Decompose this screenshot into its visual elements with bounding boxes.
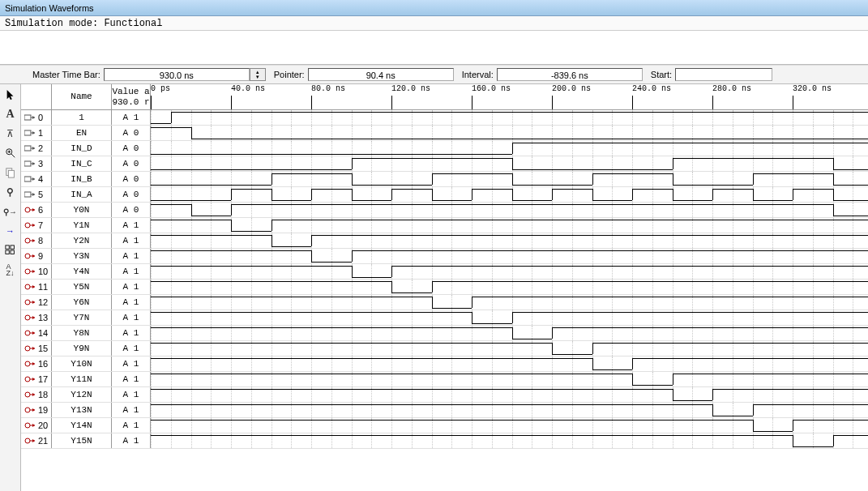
tool-column: A⊼⚲⚲→→AZ↓: [0, 84, 21, 491]
wave-lane[interactable]: [151, 172, 868, 186]
signal-value: A 0: [112, 187, 151, 202]
signal-value: A 1: [112, 357, 151, 371]
input-pin-icon: [24, 113, 36, 122]
signal-row[interactable]: 19Y13NA 1: [21, 403, 868, 418]
wave-lane[interactable]: [151, 110, 868, 125]
row-index: 12: [38, 297, 48, 307]
signal-name: Y7N: [52, 310, 112, 325]
signal-row[interactable]: 9Y3NA 1: [21, 249, 868, 264]
signal-value: A 1: [112, 372, 151, 386]
output-pin-icon: [24, 252, 36, 260]
row-index: 15: [38, 344, 48, 353]
svg-rect-25: [24, 192, 31, 197]
signal-value: A 1: [112, 387, 151, 402]
arrow-right-tool[interactable]: →: [3, 224, 18, 238]
output-pin-icon: [24, 391, 36, 399]
signal-value: A 1: [112, 249, 151, 263]
row-index: 14: [38, 328, 48, 338]
wave-lane[interactable]: [151, 264, 868, 279]
signal-row[interactable]: 2IN_DA 0: [21, 141, 868, 156]
signal-row[interactable]: 12Y6NA 1: [21, 295, 868, 310]
wave-lane[interactable]: [151, 126, 868, 140]
wave-lane[interactable]: [151, 387, 868, 402]
find-tool[interactable]: ⚲: [3, 185, 18, 199]
signal-row[interactable]: 17Y11NA 1: [21, 372, 868, 387]
zoom-in-tool[interactable]: [3, 146, 18, 160]
signal-value: A 0: [112, 156, 151, 171]
svg-point-61: [25, 377, 30, 382]
signal-row[interactable]: 01A 1: [21, 110, 868, 126]
input-pin-icon: [24, 160, 36, 168]
find-next-tool[interactable]: ⚲→: [3, 204, 18, 219]
master-time-spinner[interactable]: ▲▼: [250, 68, 266, 81]
copy-tool[interactable]: [3, 165, 18, 180]
wave-lane[interactable]: [151, 187, 868, 202]
svg-rect-22: [24, 177, 31, 181]
header-name: Name: [52, 84, 112, 109]
output-pin-icon: [24, 375, 36, 383]
wave-lane[interactable]: [151, 372, 868, 386]
signal-row[interactable]: 10Y4NA 1: [21, 264, 868, 280]
wave-lane[interactable]: [151, 403, 868, 417]
signal-name: Y4N: [52, 264, 112, 279]
input-pin-icon: [24, 175, 36, 183]
svg-marker-45: [32, 285, 35, 288]
wave-lane[interactable]: [151, 249, 868, 263]
signal-row[interactable]: 3IN_CA 0: [21, 156, 868, 172]
wave-lane[interactable]: [151, 341, 868, 356]
svg-marker-51: [32, 316, 35, 319]
text-tool[interactable]: A: [3, 107, 18, 122]
signal-row[interactable]: 16Y10NA 1: [21, 357, 868, 372]
wave-lane[interactable]: [151, 218, 868, 233]
svg-point-70: [25, 423, 30, 428]
signal-row[interactable]: 20Y14NA 1: [21, 418, 868, 433]
signal-name: Y12N: [52, 387, 112, 402]
wave-lane[interactable]: [151, 280, 868, 294]
master-time-value[interactable]: 930.0 ns: [104, 68, 250, 81]
row-index: 0: [38, 113, 43, 122]
row-index: 11: [38, 282, 48, 292]
signal-name: Y1N: [52, 218, 112, 233]
wave-lane[interactable]: [151, 357, 868, 371]
signal-row[interactable]: 14Y8NA 1: [21, 326, 868, 341]
signal-row[interactable]: 15Y9NA 1: [21, 341, 868, 357]
row-index: 19: [38, 405, 48, 415]
wave-lane[interactable]: [151, 295, 868, 310]
wave-lane[interactable]: [151, 433, 868, 448]
output-pin-icon: [24, 437, 36, 445]
cursor-tool[interactable]: [3, 88, 18, 102]
svg-rect-19: [24, 161, 31, 166]
signal-name: Y14N: [52, 418, 112, 433]
xor-gate-tool[interactable]: ⊼: [3, 126, 18, 141]
start-value[interactable]: [675, 68, 772, 81]
row-index: 10: [38, 267, 48, 276]
svg-marker-18: [32, 147, 35, 150]
svg-marker-60: [32, 362, 35, 365]
interval-label: Interval:: [462, 70, 494, 79]
wave-lane[interactable]: [151, 326, 868, 340]
wave-lane[interactable]: [151, 141, 868, 156]
signal-row[interactable]: 1ENA 0: [21, 126, 868, 141]
wave-lane[interactable]: [151, 310, 868, 325]
signal-row[interactable]: 21Y15NA 1: [21, 433, 868, 449]
wave-lane[interactable]: [151, 233, 868, 248]
wave-lane[interactable]: [151, 156, 868, 171]
signal-row[interactable]: 6Y0NA 0: [21, 203, 868, 218]
signal-row[interactable]: 7Y1NA 1: [21, 218, 868, 233]
signal-row[interactable]: 5IN_AA 0: [21, 187, 868, 203]
input-pin-icon: [24, 144, 36, 152]
signal-row[interactable]: 18Y12NA 1: [21, 387, 868, 403]
sort-az-tool[interactable]: AZ↓: [3, 263, 18, 277]
time-scale[interactable]: 0 ps40.0 ns80.0 ns120.0 ns160.0 ns200.0 …: [151, 84, 868, 109]
svg-rect-16: [24, 146, 31, 151]
signal-row[interactable]: 4IN_BA 0: [21, 172, 868, 187]
output-pin-icon: [24, 329, 36, 337]
wave-lane[interactable]: [151, 418, 868, 433]
interval-value: -839.6 ns: [497, 68, 643, 81]
signal-row[interactable]: 8Y2NA 1: [21, 233, 868, 249]
signal-row[interactable]: 11Y5NA 1: [21, 280, 868, 295]
signal-row[interactable]: 13Y7NA 1: [21, 310, 868, 326]
grid-tool[interactable]: [3, 243, 18, 258]
svg-marker-15: [32, 131, 35, 134]
wave-lane[interactable]: [151, 203, 868, 217]
